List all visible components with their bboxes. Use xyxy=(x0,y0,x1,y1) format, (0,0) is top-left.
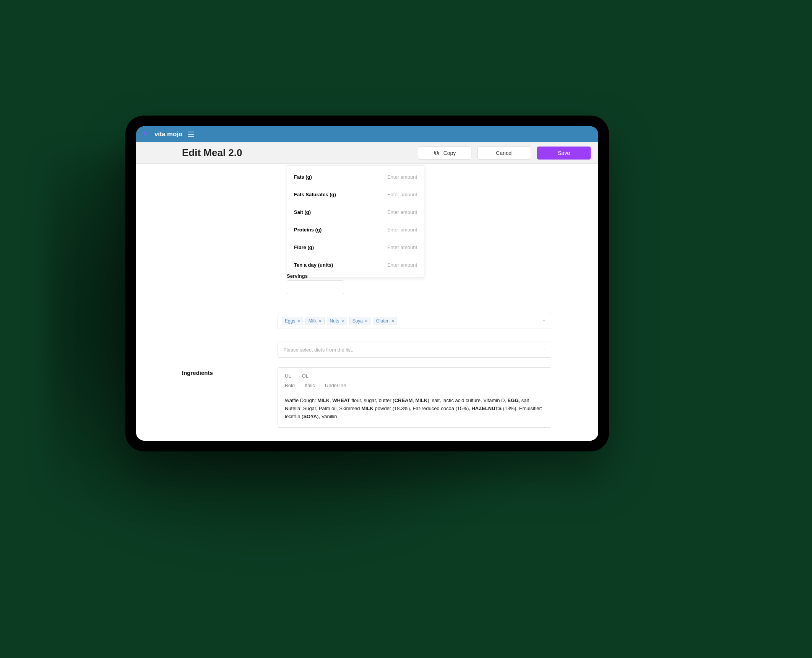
servings-block: Servings xyxy=(287,273,344,294)
editor-toolbar-format: Bold Italic Underline xyxy=(278,381,551,393)
ingredient-text: ), Vanillin xyxy=(317,414,337,419)
ingredient-bold-text: EGG xyxy=(508,397,519,403)
editor-ol-button[interactable]: OL xyxy=(302,372,309,379)
action-bar: Edit Meal 2.0 Copy Cancel Save xyxy=(136,142,598,164)
save-button[interactable]: Save xyxy=(537,147,591,160)
ingredient-text: ), salt, lactic acid culture, Vitamin D, xyxy=(427,397,507,403)
tablet-frame: vita mojo Edit Meal 2.0 Copy xyxy=(125,116,609,451)
allergen-tag-label: Eggs xyxy=(285,318,295,324)
ingredient-bold-text: WHEAT xyxy=(332,397,350,403)
nutrient-input[interactable] xyxy=(375,244,417,250)
allergen-tag-label: Soya xyxy=(352,318,363,324)
ingredients-section-label: Ingredients xyxy=(182,370,213,376)
svg-rect-0 xyxy=(435,152,438,155)
nutrient-label: Fats Saturates (g) xyxy=(294,192,336,197)
nutrient-label: Fats (g) xyxy=(294,174,312,180)
allergens-select[interactable]: Eggs×Milk×Nuts×Soya×Gluten× xyxy=(278,313,551,329)
remove-tag-icon[interactable]: × xyxy=(319,319,321,323)
nutrient-label: Ten a day (units) xyxy=(294,262,333,268)
copy-button[interactable]: Copy xyxy=(418,147,471,160)
remove-tag-icon[interactable]: × xyxy=(365,319,367,323)
nutrient-label: Fibre (g) xyxy=(294,244,314,250)
ingredient-text: powder (18.3%), Fat-reduced cocoa (15%), xyxy=(374,406,472,411)
cancel-button-label: Cancel xyxy=(496,150,513,156)
cancel-button[interactable]: Cancel xyxy=(477,147,531,160)
editor-bold-button[interactable]: Bold xyxy=(285,382,295,389)
ingredient-text: Nutella: Sugar, Palm oil, Skimmed xyxy=(285,406,361,411)
ingredient-text: flour, sugar, butter ( xyxy=(350,397,395,403)
copy-icon xyxy=(434,150,440,156)
ingredient-bold-text: SOYA xyxy=(303,414,317,419)
content-area: Fats (g)Fats Saturates (g)Salt (g)Protei… xyxy=(136,164,598,441)
remove-tag-icon[interactable]: × xyxy=(297,319,300,323)
ingredient-text: , xyxy=(412,397,415,403)
ingredient-bold-text: MILK xyxy=(416,397,428,403)
nutrient-input[interactable] xyxy=(375,192,417,197)
ingredient-bold-text: MILK xyxy=(361,406,374,411)
remove-tag-icon[interactable]: × xyxy=(341,319,344,323)
nutrient-input[interactable] xyxy=(375,174,417,180)
nutrient-row: Salt (g) xyxy=(294,203,417,221)
svg-rect-1 xyxy=(434,151,437,154)
ingredients-editor: UL OL Bold Italic Underline Waffle Dough… xyxy=(278,367,551,428)
nutrient-row: Fats (g) xyxy=(294,168,417,186)
page-title: Edit Meal 2.0 xyxy=(182,147,242,159)
remove-tag-icon[interactable]: × xyxy=(392,319,394,323)
editor-ul-button[interactable]: UL xyxy=(285,372,291,379)
editor-italic-button[interactable]: Italic xyxy=(305,382,315,389)
allergen-tag-label: Gluten xyxy=(376,318,389,324)
topbar: vita mojo xyxy=(136,126,598,142)
menu-icon[interactable] xyxy=(188,130,197,139)
chevron-down-icon xyxy=(542,318,546,324)
nutrient-input[interactable] xyxy=(375,209,417,215)
allergen-tag: Eggs× xyxy=(282,317,303,325)
ingredient-bold-text: MILK xyxy=(317,397,330,403)
copy-button-label: Copy xyxy=(443,150,456,156)
nutrient-row: Fibre (g) xyxy=(294,238,417,256)
allergen-tag: Gluten× xyxy=(373,317,397,325)
app-screen: vita mojo Edit Meal 2.0 Copy xyxy=(136,126,598,441)
ingredient-text: Waffle Dough: xyxy=(285,397,317,403)
ingredient-text: , salt xyxy=(519,397,529,403)
servings-label: Servings xyxy=(287,273,344,279)
allergen-tag-label: Nuts xyxy=(330,318,339,324)
brand-logo-icon xyxy=(142,131,149,138)
nutrient-row: Fats Saturates (g) xyxy=(294,186,417,203)
nutrients-card: Fats (g)Fats Saturates (g)Salt (g)Protei… xyxy=(287,165,424,278)
nutrient-input[interactable] xyxy=(375,262,417,268)
chevron-down-icon xyxy=(542,347,546,353)
nutrient-label: Proteins (g) xyxy=(294,227,322,233)
diets-placeholder: Please select diets from the list. xyxy=(282,347,353,353)
nutrient-input[interactable] xyxy=(375,227,417,233)
allergen-tag: Milk× xyxy=(305,317,325,325)
allergen-tag: Nuts× xyxy=(327,317,347,325)
allergen-tag-label: Milk xyxy=(309,318,317,324)
brand-name: vita mojo xyxy=(154,130,182,138)
diets-select[interactable]: Please select diets from the list. xyxy=(278,342,551,358)
save-button-label: Save xyxy=(558,150,570,156)
editor-underline-button[interactable]: Underline xyxy=(325,382,346,389)
nutrient-row: Proteins (g) xyxy=(294,221,417,238)
nutrient-label: Salt (g) xyxy=(294,209,311,215)
editor-toolbar-lists: UL OL xyxy=(278,368,551,381)
ingredient-bold-text: CREAM xyxy=(395,397,413,403)
allergen-tag: Soya× xyxy=(349,317,371,325)
ingredients-editor-body[interactable]: Waffle Dough: MILK, WHEAT flour, sugar, … xyxy=(278,393,551,427)
servings-input[interactable] xyxy=(287,280,344,294)
ingredient-bold-text: HAZELNUTS xyxy=(471,406,502,411)
nutrient-row: Ten a day (units) xyxy=(294,256,417,274)
